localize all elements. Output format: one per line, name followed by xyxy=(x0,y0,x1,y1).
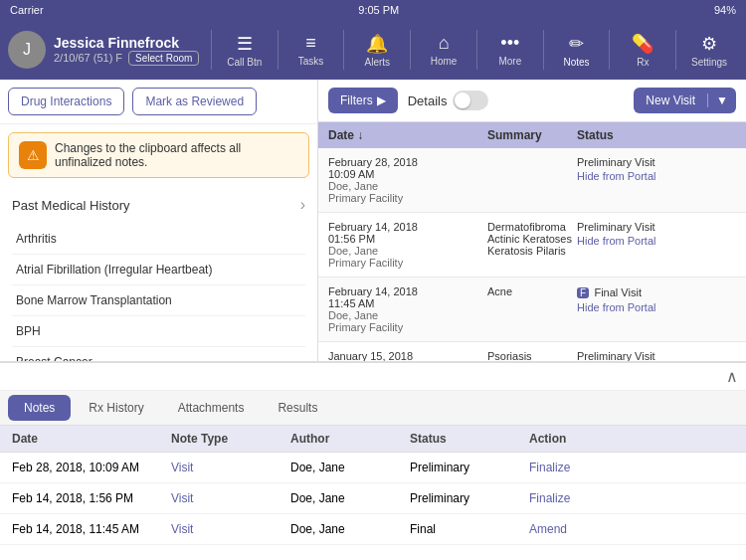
patient-info: J Jessica Finnefrock 2/10/67 (51) F Sele… xyxy=(8,31,207,69)
note-date: Feb 14, 2018, 1:56 PM xyxy=(12,491,171,505)
drug-interactions-button[interactable]: Drug Interactions xyxy=(8,88,124,115)
bottom-panel: ∧ Notes Rx History Attachments Results D… xyxy=(0,361,746,560)
bottom-tabs: Notes Rx History Attachments Results xyxy=(0,391,746,426)
section-title: Past Medical History xyxy=(12,198,129,213)
nav-label-tasks: Tasks xyxy=(298,56,324,67)
col-date: Date ↓ xyxy=(328,128,487,142)
note-type-link[interactable]: Visit xyxy=(171,522,290,536)
visit-summary-3: Keratosis Pilaris xyxy=(487,245,577,257)
hide-portal-link[interactable]: Hide from Portal xyxy=(577,235,736,247)
nav-item-more[interactable]: ••• More xyxy=(485,33,535,67)
carrier-label: Carrier xyxy=(10,4,44,16)
visit-time: 10:09 AM xyxy=(328,168,487,180)
nav-divider-4 xyxy=(410,30,411,70)
visit-date-col: February 14, 2018 01:56 PM Doe, Jane Pri… xyxy=(328,221,487,269)
more-icon: ••• xyxy=(500,33,519,54)
list-item: Bone Marrow Transplantation xyxy=(12,285,305,316)
finalize-action[interactable]: Finalize xyxy=(529,461,609,474)
nav-item-notes[interactable]: ✏ Notes xyxy=(552,33,602,68)
hide-portal-link[interactable]: Hide from Portal xyxy=(577,301,736,313)
visit-date: February 28, 2018 xyxy=(328,156,487,168)
patient-details: Jessica Finnefrock 2/10/67 (51) F Select… xyxy=(54,35,199,66)
tab-rx-history[interactable]: Rx History xyxy=(73,395,159,421)
new-visit-button[interactable]: New Visit ▼ xyxy=(634,88,736,113)
bottom-panel-header: ∧ xyxy=(0,363,746,391)
note-author: Doe, Jane xyxy=(290,461,410,474)
note-status: Preliminary xyxy=(410,461,529,474)
tasks-icon: ≡ xyxy=(305,33,316,54)
patient-name: Jessica Finnefrock xyxy=(54,35,199,51)
visit-status: Final Visit xyxy=(594,286,641,298)
tab-notes[interactable]: Notes xyxy=(8,395,71,421)
collapse-button[interactable]: ∧ xyxy=(726,367,738,386)
new-visit-dropdown-icon[interactable]: ▼ xyxy=(707,93,736,107)
finalize-action[interactable]: Finalize xyxy=(529,491,609,505)
nav-item-tasks[interactable]: ≡ Tasks xyxy=(286,33,336,67)
filters-button[interactable]: Filters ▶ xyxy=(328,88,398,113)
nav-divider-2 xyxy=(278,30,279,70)
select-room-button[interactable]: Select Room xyxy=(128,51,199,66)
nav-label-alerts: Alerts xyxy=(365,57,391,68)
visit-time: 01:56 PM xyxy=(328,233,487,245)
table-row[interactable]: February 14, 2018 01:56 PM Doe, Jane Pri… xyxy=(318,213,746,278)
visit-summary: Acne xyxy=(487,285,577,297)
battery-label: 94% xyxy=(714,4,736,16)
visit-date-col: February 28, 2018 10:09 AM Doe, Jane Pri… xyxy=(328,156,487,204)
nav-item-home[interactable]: ⌂ Home xyxy=(419,33,468,67)
visit-status: Preliminary Visit xyxy=(577,221,736,233)
visit-facility: Primary Facility xyxy=(328,321,487,333)
table-row[interactable]: February 28, 2018 10:09 AM Doe, Jane Pri… xyxy=(318,148,746,213)
call-btn-icon: ☰ xyxy=(237,33,253,55)
visit-summary-2: Actinic Keratoses xyxy=(487,233,577,245)
table-row[interactable]: February 14, 2018 11:45 AM Doe, Jane Pri… xyxy=(318,278,746,342)
visit-date: February 14, 2018 xyxy=(328,285,487,297)
details-toggle: Details xyxy=(408,91,489,110)
visit-status: Preliminary Visit xyxy=(577,156,736,168)
tab-results[interactable]: Results xyxy=(262,395,333,421)
visit-person: Doe, Jane xyxy=(328,309,487,321)
note-author: Doe, Jane xyxy=(290,522,410,536)
mark-reviewed-button[interactable]: Mark as Reviewed xyxy=(132,88,257,115)
note-date: Feb 28, 2018, 10:09 AM xyxy=(12,461,171,474)
nav-item-settings[interactable]: ⚙ Settings xyxy=(684,33,734,68)
nav-divider xyxy=(211,30,212,70)
col-note-type: Note Type xyxy=(171,432,290,446)
col-date: Date xyxy=(12,432,171,446)
nav-label-settings: Settings xyxy=(691,57,727,68)
final-badge: F xyxy=(577,287,589,298)
left-actions: Drug Interactions Mark as Reviewed xyxy=(0,80,317,124)
patient-sub: 2/10/67 (51) F Select Room xyxy=(54,51,199,66)
visit-date: February 14, 2018 xyxy=(328,221,487,233)
details-toggle-switch[interactable] xyxy=(453,91,488,110)
list-item: BPH xyxy=(12,316,305,347)
note-status: Preliminary xyxy=(410,491,529,505)
right-toolbar: Filters ▶ Details New Visit ▼ xyxy=(318,80,746,122)
visit-date-col: February 14, 2018 11:45 AM Doe, Jane Pri… xyxy=(328,285,487,333)
note-type-link[interactable]: Visit xyxy=(171,461,290,474)
nav-item-rx[interactable]: 💊 Rx xyxy=(618,33,667,68)
status-bar: Carrier 9:05 PM 94% xyxy=(0,0,746,20)
amend-action[interactable]: Amend xyxy=(529,522,609,536)
col-summary: Summary xyxy=(487,128,577,142)
nav-divider-3 xyxy=(343,30,344,70)
visit-time: 11:45 AM xyxy=(328,297,487,309)
notes-row: Feb 14, 2018, 1:56 PM Visit Doe, Jane Pr… xyxy=(0,483,746,514)
nav-divider-5 xyxy=(476,30,477,70)
visit-facility: Primary Facility xyxy=(328,192,487,204)
past-medical-history-section[interactable]: Past Medical History › xyxy=(0,186,317,224)
col-author: Author xyxy=(290,432,410,446)
tab-attachments[interactable]: Attachments xyxy=(162,395,261,421)
visit-summary-col: Acne xyxy=(487,285,577,333)
home-icon: ⌂ xyxy=(439,33,450,54)
note-type-link[interactable]: Visit xyxy=(171,491,290,505)
nav-divider-6 xyxy=(543,30,544,70)
nav-item-alerts[interactable]: 🔔 Alerts xyxy=(352,33,402,68)
hide-portal-link[interactable]: Hide from Portal xyxy=(577,170,736,182)
avatar-initial: J xyxy=(23,41,31,59)
list-item: Atrial Fibrillation (Irregular Heartbeat… xyxy=(12,255,305,285)
notes-icon: ✏ xyxy=(569,33,584,55)
nav-item-call-btn[interactable]: ☰ Call Btn xyxy=(220,33,270,68)
table-header: Date ↓ Summary Status xyxy=(318,122,746,148)
filter-arrow-icon: ▶ xyxy=(377,93,386,107)
note-author: Doe, Jane xyxy=(290,491,410,505)
